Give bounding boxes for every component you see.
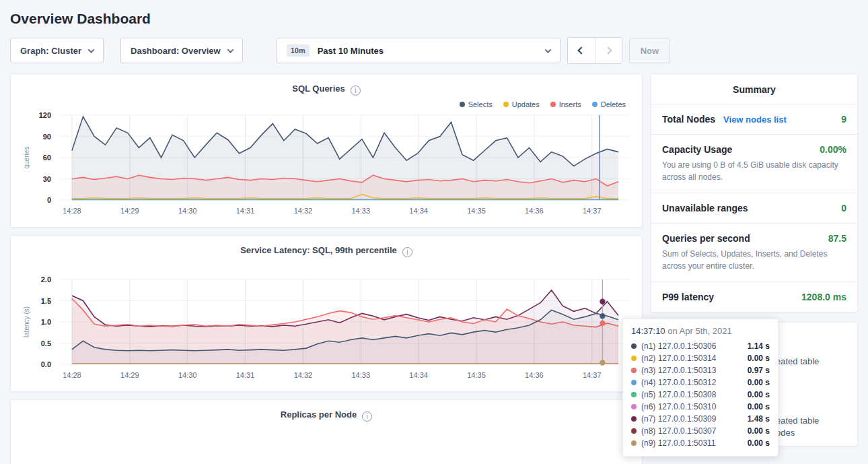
x-axis-tick: 14:35 bbox=[467, 207, 486, 215]
y-axis-tick: 2.0 bbox=[41, 275, 51, 284]
tooltip-node-value: 1.14 s bbox=[748, 341, 770, 351]
dashboard-select-dropdown[interactable]: Dashboard: Overview bbox=[120, 38, 243, 63]
chart-title: SQL Queries bbox=[292, 84, 345, 94]
legend-item-selects[interactable]: Selects bbox=[460, 100, 493, 108]
previous-interval-button[interactable] bbox=[568, 38, 595, 63]
info-icon[interactable]: i bbox=[402, 247, 412, 257]
tooltip-node-value: 0.00 s bbox=[748, 378, 770, 387]
now-button[interactable]: Now bbox=[629, 38, 670, 63]
tooltip-node-label: (n7) 127.0.0.1:50309 bbox=[641, 414, 716, 424]
sql-queries-chart-card: SQL Queriesi SelectsUpdatesInsertsDelete… bbox=[10, 73, 643, 228]
summary-row-queries-per-second: Queries per second 87.5 Sum of Selects, … bbox=[651, 223, 857, 281]
view-nodes-list-link[interactable]: View nodes list bbox=[723, 114, 787, 125]
legend-item-deletes[interactable]: Deletes bbox=[592, 100, 626, 108]
chart-title: Replicas per Node bbox=[281, 409, 357, 420]
tooltip-node-label: (n9) 127.0.0.1:50311 bbox=[641, 438, 716, 448]
y-axis-tick: 120 bbox=[39, 111, 51, 119]
y-axis-ticks: 1209060300 bbox=[23, 112, 58, 203]
y-axis-tick: 0.5 bbox=[41, 339, 51, 347]
node-color-dot-icon bbox=[631, 380, 637, 385]
sql-queries-chart[interactable] bbox=[61, 112, 630, 203]
time-nav-button-group bbox=[567, 37, 622, 64]
summary-row-unavailable-ranges: Unavailable ranges 0 bbox=[651, 193, 857, 223]
unavailable-ranges-label: Unavailable ranges bbox=[662, 203, 748, 213]
tooltip-node-row: (n2) 127.0.0.1:503140.00 s bbox=[631, 352, 770, 364]
service-latency-plot-area[interactable]: latency (s) 2.01.51.00.50.0 bbox=[23, 276, 630, 367]
tooltip-node-row: (n7) 127.0.0.1:503091.48 s bbox=[631, 413, 770, 425]
summary-row-p99-latency: P99 latency 1208.0 ms bbox=[651, 281, 857, 312]
tooltip-node-row: (n3) 127.0.0.1:503130.97 s bbox=[631, 364, 770, 376]
total-nodes-value: 9 bbox=[841, 114, 846, 125]
node-color-dot-icon bbox=[631, 343, 637, 349]
event-text-fragment: eated table bbox=[776, 416, 819, 426]
capacity-usage-subtext: You are using 0 B of 4.5 GiB usable disk… bbox=[662, 159, 846, 183]
x-axis-tick: 14:37 bbox=[583, 371, 602, 379]
chevron-down-icon bbox=[544, 46, 551, 53]
tooltip-node-label: (n1) 127.0.0.1:50306 bbox=[641, 341, 716, 351]
legend-dot-icon bbox=[592, 102, 598, 107]
y-axis-tick: 1.5 bbox=[41, 297, 51, 305]
tooltip-node-label: (n2) 127.0.0.1:50314 bbox=[641, 354, 716, 363]
chart-legend: SelectsUpdatesInsertsDeletes bbox=[23, 98, 626, 110]
next-interval-button[interactable] bbox=[595, 38, 622, 63]
tooltip-date: on Apr 5th, 2021 bbox=[665, 326, 732, 336]
node-color-dot-icon bbox=[631, 440, 637, 446]
tooltip-node-label: (n5) 127.0.0.1:50308 bbox=[641, 390, 716, 399]
summary-row-capacity-usage: Capacity Usage 0.00% You are using 0 B o… bbox=[651, 134, 857, 193]
dashboard-select-label: Dashboard: Overview bbox=[131, 46, 221, 56]
node-color-dot-icon bbox=[631, 368, 637, 373]
chart-title-row: Service Latency: SQL, 99th percentilei bbox=[23, 245, 630, 257]
x-axis-ticks: 14:2814:2914:3014:3114:3214:3314:3414:35… bbox=[61, 371, 630, 383]
x-axis-tick: 14:36 bbox=[525, 371, 544, 379]
queries-per-second-label: Queries per second bbox=[662, 233, 750, 244]
chevron-down-icon bbox=[88, 46, 95, 53]
legend-item-inserts[interactable]: Inserts bbox=[550, 100, 581, 108]
unavailable-ranges-value: 0 bbox=[841, 203, 846, 213]
time-range-badge: 10m bbox=[287, 44, 310, 57]
x-axis-tick: 14:32 bbox=[294, 371, 313, 379]
time-range-dropdown[interactable]: 10m Past 10 Minutes bbox=[277, 38, 560, 63]
x-axis-tick: 14:33 bbox=[351, 207, 370, 215]
tooltip-node-label: (n4) 127.0.0.1:50312 bbox=[641, 378, 716, 387]
x-axis-tick: 14:29 bbox=[120, 207, 139, 215]
legend-item-updates[interactable]: Updates bbox=[503, 100, 540, 108]
graph-scope-label: Graph: Cluster bbox=[20, 46, 81, 56]
y-axis-tick: 60 bbox=[43, 154, 51, 162]
x-axis-tick: 14:32 bbox=[294, 207, 313, 215]
node-color-dot-icon bbox=[631, 356, 637, 361]
tooltip-node-row: (n9) 127.0.0.1:503110.00 s bbox=[631, 437, 770, 449]
x-axis-tick: 14:31 bbox=[236, 371, 255, 379]
tooltip-node-row: (n5) 127.0.0.1:503080.00 s bbox=[631, 389, 770, 401]
x-axis-tick: 14:30 bbox=[178, 207, 197, 215]
x-axis-tick: 14:28 bbox=[63, 371, 81, 379]
tooltip-node-label: (n3) 127.0.0.1:50313 bbox=[641, 366, 716, 375]
tooltip-node-value: 0.00 s bbox=[748, 354, 770, 363]
y-axis-tick: 30 bbox=[43, 175, 51, 183]
legend-dot-icon bbox=[503, 102, 509, 107]
tooltip-node-value: 0.00 s bbox=[748, 402, 770, 411]
legend-label: Inserts bbox=[559, 100, 581, 108]
service-latency-chart[interactable] bbox=[61, 276, 630, 367]
tooltip-node-value: 0.00 s bbox=[748, 438, 770, 448]
chevron-down-icon bbox=[227, 46, 233, 53]
charts-column: SQL Queriesi SelectsUpdatesInsertsDelete… bbox=[10, 73, 643, 464]
chart-title-row: Replicas per Nodei bbox=[23, 409, 630, 422]
chart-title: Service Latency: SQL, 99th percentile bbox=[240, 245, 397, 255]
x-axis-tick: 14:37 bbox=[583, 207, 602, 215]
info-icon[interactable]: i bbox=[351, 86, 361, 96]
queries-per-second-value: 87.5 bbox=[828, 233, 846, 244]
page-title: Overview Dashboard bbox=[0, 0, 868, 27]
chevron-right-icon bbox=[605, 46, 612, 54]
y-axis-tick: 90 bbox=[43, 133, 51, 141]
x-axis-tick: 14:30 bbox=[178, 371, 197, 379]
legend-dot-icon bbox=[460, 102, 465, 107]
service-latency-chart-card: Service Latency: SQL, 99th percentilei l… bbox=[10, 235, 643, 392]
chart-title-row: SQL Queriesi bbox=[23, 84, 630, 96]
event-text-fragment: eated table bbox=[776, 356, 819, 366]
graph-scope-dropdown[interactable]: Graph: Cluster bbox=[10, 38, 104, 63]
sql-queries-plot-area[interactable]: queries 1209060300 bbox=[23, 112, 630, 203]
info-icon[interactable]: i bbox=[362, 411, 372, 422]
summary-title: Summary bbox=[651, 74, 857, 104]
tooltip-time: 14:37:10 bbox=[631, 326, 665, 336]
replicas-per-node-chart-card: Replicas per Nodei 20 bbox=[10, 399, 643, 464]
